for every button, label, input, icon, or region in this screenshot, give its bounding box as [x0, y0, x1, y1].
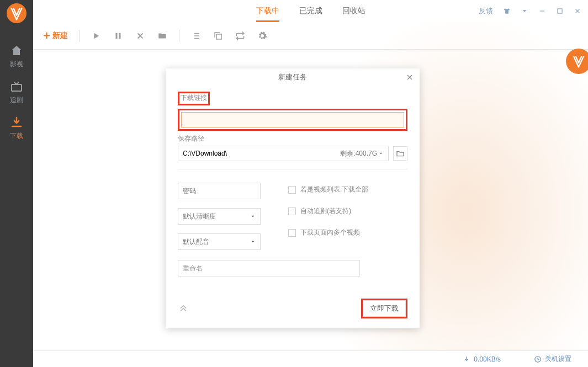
sidebar-item-video[interactable]: 影视	[0, 40, 33, 76]
url-highlight	[178, 109, 407, 131]
home-icon	[10, 44, 23, 57]
close-icon[interactable]	[574, 7, 581, 15]
clarity-select[interactable]: 默认清晰度	[178, 208, 261, 225]
checkbox-icon	[288, 208, 296, 215]
path-input[interactable]: C:\VDownload\ 剩余:400.7G	[178, 146, 389, 161]
floating-logo[interactable]	[566, 49, 588, 74]
svg-rect-5	[216, 34, 221, 39]
modal-title: 新建任务	[278, 72, 307, 82]
download-highlight: 立即下载	[361, 299, 407, 318]
free-space-label: 剩余:400.7G	[340, 149, 377, 158]
sidebar-item-label: 追剧	[10, 95, 23, 105]
separator	[179, 30, 179, 42]
url-input[interactable]	[181, 112, 404, 127]
toolbar: + 新建	[33, 22, 588, 50]
tab-downloading[interactable]: 下载中	[256, 0, 279, 22]
path-label: 保存路径	[178, 134, 407, 143]
title-bar: 下载中 已完成 回收站 反馈	[33, 0, 588, 22]
clock-icon	[534, 355, 542, 363]
copy-icon[interactable]	[213, 30, 224, 41]
svg-rect-1	[12, 84, 22, 91]
dropdown-icon[interactable]	[521, 7, 528, 15]
play-icon[interactable]	[91, 30, 102, 41]
chevron-down-icon	[250, 214, 256, 219]
list-icon[interactable]	[190, 30, 202, 41]
password-input[interactable]: 密码	[178, 183, 261, 199]
app-logo	[6, 2, 28, 24]
svg-rect-4	[119, 33, 120, 39]
dub-select[interactable]: 默认配音	[178, 233, 261, 250]
svg-point-0	[7, 3, 27, 23]
new-button-label: 新建	[52, 31, 68, 41]
repeat-icon[interactable]	[235, 30, 246, 41]
chevron-down-icon	[378, 151, 384, 156]
checkbox-icon	[288, 186, 296, 194]
new-button[interactable]: + 新建	[43, 30, 68, 42]
options-right: 若是视频列表,下载全部 自动追剧(若支持) 下载页面内多个视频	[288, 183, 407, 250]
gear-icon[interactable]	[257, 30, 268, 41]
shirt-icon[interactable]	[503, 7, 511, 15]
top-tabs: 下载中 已完成 回收站	[256, 0, 365, 22]
chevron-down-icon	[250, 239, 256, 244]
plus-icon: +	[43, 30, 50, 42]
options-left: 密码 默认清晰度 默认配音	[178, 183, 261, 250]
minimize-icon[interactable]	[538, 7, 546, 15]
tab-recycle[interactable]: 回收站	[342, 0, 365, 22]
download-icon	[10, 116, 23, 129]
modal-header: 新建任务	[166, 68, 420, 86]
checkbox-icon	[288, 229, 296, 237]
status-speed[interactable]: 0.00KB/s	[463, 355, 501, 363]
svg-rect-3	[115, 33, 117, 39]
maximize-icon[interactable]	[556, 7, 564, 15]
feedback-link[interactable]: 反馈	[479, 6, 493, 16]
left-sidebar: 影视 追剧 下载	[0, 0, 33, 367]
window-controls: 反馈	[479, 0, 581, 22]
checkbox-playlist[interactable]: 若是视频列表,下载全部	[288, 185, 407, 194]
sidebar-item-follow[interactable]: 追剧	[0, 76, 33, 111]
download-arrow-icon	[463, 355, 470, 363]
path-value: C:\VDownload\	[183, 150, 227, 157]
modal-close-icon[interactable]	[405, 73, 414, 82]
download-now-button[interactable]: 立即下载	[363, 300, 406, 317]
modal-body: 下载链接 保存路径 C:\VDownload\ 剩余:400.7G 密码 默认清…	[166, 86, 420, 288]
url-label: 下载链接	[178, 92, 210, 105]
modal-footer: 立即下载	[166, 288, 420, 328]
folder-icon[interactable]	[157, 30, 168, 41]
status-shutdown[interactable]: 关机设置	[534, 354, 571, 364]
new-task-modal: 新建任务 下载链接 保存路径 C:\VDownload\ 剩余:400.7G 密…	[166, 68, 420, 328]
browse-folder-button[interactable]	[393, 146, 407, 161]
path-row: C:\VDownload\ 剩余:400.7G	[178, 146, 407, 169]
pause-icon[interactable]	[113, 30, 124, 41]
delete-icon[interactable]	[135, 30, 146, 41]
options-grid: 密码 默认清晰度 默认配音 若是视频列表,下载全部 自动追剧(若支持) 下载页面…	[178, 183, 407, 250]
sidebar-item-download[interactable]: 下载	[0, 111, 33, 147]
rename-input[interactable]: 重命名	[178, 260, 360, 276]
collapse-icon[interactable]	[178, 302, 189, 315]
checkbox-multi[interactable]: 下载页面内多个视频	[288, 228, 407, 237]
sidebar-item-label: 影视	[10, 60, 23, 69]
svg-rect-2	[558, 9, 562, 13]
tab-completed[interactable]: 已完成	[299, 0, 322, 22]
tv-icon	[10, 80, 23, 93]
sidebar-item-label: 下载	[10, 131, 23, 141]
separator	[79, 30, 80, 42]
status-bar: 0.00KB/s 关机设置	[33, 350, 588, 367]
checkbox-autofollow[interactable]: 自动追剧(若支持)	[288, 206, 407, 216]
